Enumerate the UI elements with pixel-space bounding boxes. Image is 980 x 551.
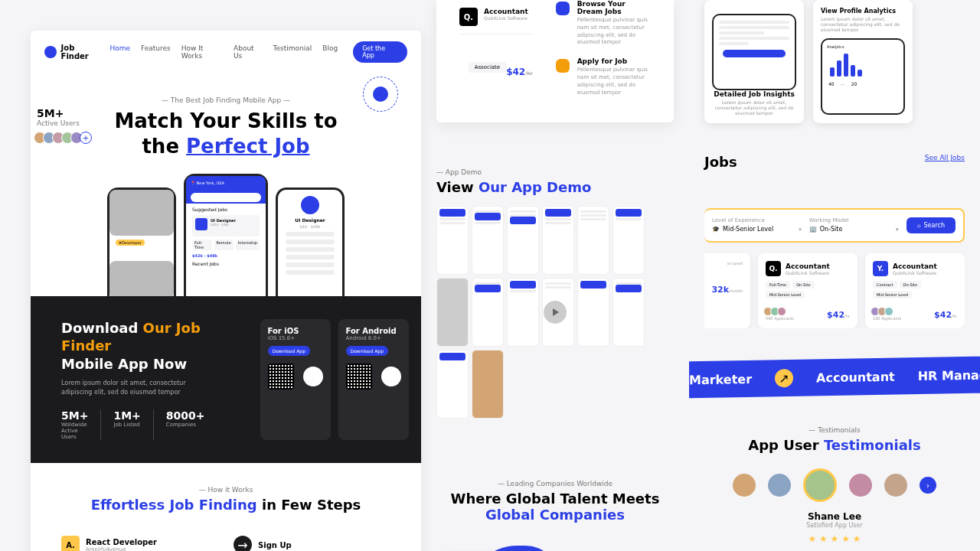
- role-ticker: Marketer ↗ Accountant HR Manage: [689, 357, 980, 399]
- testimonial-avatar[interactable]: [768, 474, 791, 497]
- qr-icon: [268, 364, 294, 390]
- signup-step: → Sign Up Lorem ipsum dolor sit amet, co…: [234, 536, 390, 551]
- nav-home[interactable]: Home: [109, 44, 130, 60]
- how-it-works-section: — How it Works Effortless Job Finding in…: [31, 463, 421, 551]
- job-card[interactable]: Y.AccountantQubitLink Software ContractO…: [865, 253, 965, 328]
- nav-how[interactable]: How It Works: [181, 44, 223, 60]
- apple-icon: [303, 367, 323, 386]
- chevron-down-icon: ▾: [799, 227, 802, 233]
- testimonial-avatar[interactable]: [733, 474, 756, 497]
- ios-download-button[interactable]: Download App: [268, 346, 310, 356]
- analytics-card: View Profile Analytics Lorem ipsum dolor…: [813, 0, 913, 123]
- android-download-button[interactable]: Download App: [346, 346, 388, 356]
- phone-mockup-left: #Developer #Designer Finding Your Perfec…: [107, 187, 176, 296]
- jobs-section: Jobs See All Jobs Level of Experience 🎓M…: [704, 154, 965, 328]
- play-button[interactable]: [544, 301, 567, 324]
- phone-mockups: #Developer #Designer Finding Your Perfec…: [31, 174, 421, 296]
- hero-section: Job Finder Home Features How It Works Ab…: [31, 31, 421, 551]
- feature-cards: Detailed Job Insights Lorem ipsum dolor …: [704, 0, 965, 123]
- screenshot-grid: [436, 206, 674, 419]
- testimonial-avatar-active[interactable]: [803, 468, 837, 502]
- user-avatars: +: [37, 132, 92, 144]
- browse-icon: [556, 2, 570, 15]
- step-icon: →: [234, 536, 252, 551]
- get-app-button[interactable]: Get the App: [353, 41, 407, 63]
- job-filters: Level of Experience 🎓Mid-Senior Level▾ W…: [704, 208, 965, 243]
- active-users-stat: 5M+ Active Users +: [37, 107, 92, 144]
- download-desc: Lorem ipsum dolor sit amet, consectetur …: [61, 379, 214, 397]
- logo-icon: [44, 46, 57, 58]
- job-card[interactable]: Q.AccountantQubitLink Software Full-Time…: [758, 253, 858, 328]
- testimonial-avatar[interactable]: [849, 474, 872, 497]
- download-stats: 5M+Woldwide Active Users 1M+Job Listed 8…: [61, 409, 230, 440]
- map-blob: [467, 546, 559, 551]
- chevron-down-icon: ▾: [896, 227, 899, 233]
- search-button[interactable]: ⌕Search: [906, 217, 956, 233]
- android-icon: [381, 367, 401, 386]
- job-card-list: or Level 32k/month Q.AccountantQubitLink…: [704, 253, 965, 328]
- next-testimonial-button[interactable]: ›: [920, 477, 936, 494]
- nav-blog[interactable]: Blog: [322, 44, 338, 60]
- download-title: Download Our Job Finder Mobile App Now: [61, 319, 230, 373]
- model-select[interactable]: 🏢On-Site▾: [809, 226, 899, 233]
- company-icon: Q.: [766, 261, 781, 276]
- nav-features[interactable]: Features: [141, 44, 171, 60]
- nav-links: Home Features How It Works About Us Test…: [109, 44, 338, 60]
- phone-mockup-center: 📍 New York, USA Suggested Jobs UI Design…: [184, 174, 268, 296]
- ios-download-card: For iOS iOS 15.6+ Download App: [260, 319, 331, 440]
- apply-button-mockup: [723, 50, 786, 57]
- brand-logo[interactable]: Job Finder: [44, 44, 103, 60]
- job-feature-card: Q. AccountantQubitLink Software Associat…: [436, 0, 674, 122]
- testimonial-avatar[interactable]: [884, 474, 907, 497]
- download-section: Download Our Job Finder Mobile App Now L…: [31, 296, 421, 463]
- nav-about[interactable]: About Us: [234, 44, 263, 60]
- developer-chip: #Developer: [116, 240, 145, 246]
- see-all-jobs-link[interactable]: See All Jobs: [925, 154, 965, 161]
- experience-select[interactable]: 🎓Mid-Senior Level▾: [712, 226, 802, 233]
- search-icon: ⌕: [917, 222, 921, 229]
- hero-subtitle: — The Best Job Finding Mobile App —: [61, 96, 390, 104]
- phone-mockup-right: UI Designer $42 - $48k: [276, 187, 345, 296]
- apply-icon: [556, 59, 570, 73]
- company-icon: A.: [61, 536, 80, 551]
- testimonials-section: — Testimonials App User Testimonials › S…: [704, 426, 965, 544]
- global-companies-section: — Leading Companies Worldwide Where Glob…: [436, 480, 674, 551]
- top-nav: Job Finder Home Features How It Works Ab…: [31, 31, 421, 73]
- company-icon: Q.: [459, 8, 478, 26]
- ticker-arrow-icon: ↗: [775, 369, 793, 387]
- brand-name: Job Finder: [61, 44, 104, 60]
- nav-testimonial[interactable]: Testimonial: [273, 44, 312, 60]
- qr-icon: [346, 364, 372, 390]
- sample-job-card: A. React DeveloperAmplifyAvenue Full-Tim…: [61, 536, 218, 551]
- avatar-more-button[interactable]: +: [80, 132, 92, 144]
- application-badge-icon: [363, 77, 398, 112]
- job-insights-card: Detailed Job Insights Lorem ipsum dolor …: [704, 0, 804, 123]
- company-icon: Y.: [873, 261, 888, 276]
- star-rating: ★ ★ ★ ★ ★: [704, 533, 965, 544]
- android-download-card: For Android Android 8.0+ Download App: [338, 319, 409, 440]
- app-demo-section: — App Demo View Our App Demo: [436, 168, 674, 419]
- hero-title: Match Your Skills to the Perfect Job: [61, 109, 390, 158]
